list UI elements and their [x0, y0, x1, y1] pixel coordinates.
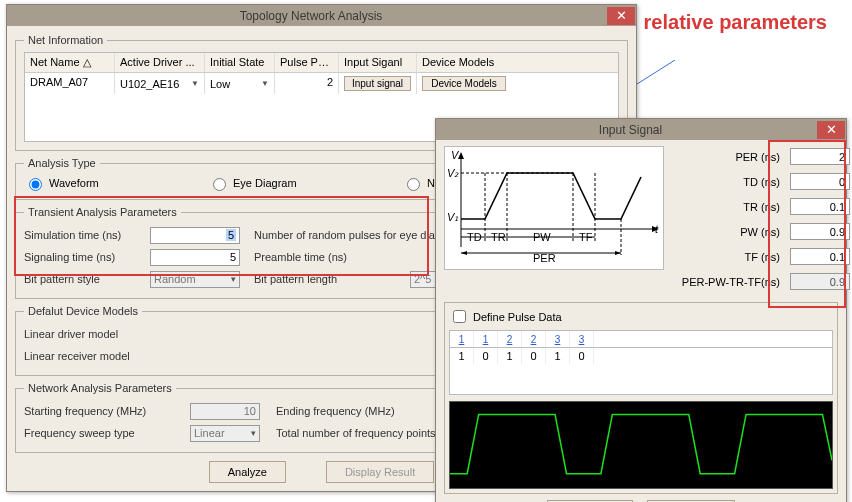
- sig-time-label: Signaling time (ns): [24, 251, 144, 263]
- pulse-tool-4[interactable]: 2: [522, 331, 546, 347]
- chevron-down-icon: ▼: [261, 79, 269, 88]
- per-label: PER (ns): [670, 151, 780, 163]
- svg-text:V₂: V₂: [447, 167, 459, 179]
- freq-sweep-label: Frequency sweep type: [24, 427, 184, 439]
- pulse-data-row[interactable]: 1 0 1 0 1 0: [449, 347, 833, 395]
- pulse-tool-3[interactable]: 2: [498, 331, 522, 347]
- chevron-down-icon: ▼: [191, 79, 199, 88]
- topology-title: Topology Network Analysis: [15, 9, 607, 23]
- radio-waveform[interactable]: Waveform: [24, 175, 204, 191]
- bit-pattern-length-label: Bit pattern length: [254, 273, 404, 285]
- start-freq-label: Starting frequency (MHz): [24, 405, 184, 417]
- freq-sweep-select[interactable]: Linear: [190, 425, 260, 442]
- calc-output: 0.9: [790, 273, 850, 290]
- radio-eye-diagram[interactable]: Eye Diagram: [208, 175, 398, 191]
- pulse-bit: 1: [498, 348, 522, 364]
- pw-label: PW (ns): [670, 226, 780, 238]
- pulse-tool-6[interactable]: 3: [570, 331, 594, 347]
- close-icon[interactable]: ✕: [607, 7, 635, 25]
- bit-pattern-style-select[interactable]: Random: [150, 271, 240, 288]
- pulse-tool-1[interactable]: 1: [450, 331, 474, 347]
- pulse-bit: 0: [522, 348, 546, 364]
- pulse-bit: 0: [570, 348, 594, 364]
- topology-titlebar[interactable]: Topology Network Analysis ✕: [7, 5, 636, 26]
- start-freq-input[interactable]: 10: [190, 403, 260, 420]
- svg-marker-25: [615, 251, 621, 255]
- pulse-tool-5[interactable]: 3: [546, 331, 570, 347]
- col-input-signal[interactable]: Input Siganl: [339, 53, 417, 72]
- sim-time-input[interactable]: 5: [150, 227, 240, 244]
- per-input[interactable]: 2: [790, 148, 850, 165]
- cell-pulse-period[interactable]: 2: [275, 73, 339, 94]
- bit-pattern-style-label: Bit pattern style: [24, 273, 144, 285]
- tf-label: TF (ns): [670, 251, 780, 263]
- cell-input-signal[interactable]: Input signal: [339, 73, 417, 94]
- calc-label: PER-PW-TR-TF(ns): [670, 276, 780, 288]
- col-initial-state[interactable]: Initial State: [205, 53, 275, 72]
- linear-driver-label: Linear driver model: [24, 328, 324, 340]
- col-pulse-period[interactable]: Pulse Peri...: [275, 53, 339, 72]
- transient-params-legend: Transient Analysis Parameters: [24, 206, 181, 218]
- table-row[interactable]: DRAM_A07 U102_AE16▼ Low▼ 2 Input signal …: [25, 73, 618, 94]
- cell-net-name: DRAM_A07: [25, 73, 115, 94]
- define-pulse-checkbox[interactable]: Define Pulse Data: [449, 307, 833, 326]
- col-active-driver[interactable]: Active Driver ...: [115, 53, 205, 72]
- scope-preview: [449, 401, 833, 489]
- svg-marker-24: [461, 251, 467, 255]
- svg-text:V₁: V₁: [447, 211, 458, 223]
- pulse-toolbar[interactable]: 1 1 2 2 3 3: [449, 330, 833, 347]
- analyze-button[interactable]: Analyze: [209, 461, 286, 483]
- cell-active-driver[interactable]: U102_AE16▼: [115, 73, 205, 94]
- tr-label: TR (ns): [670, 201, 780, 213]
- col-net-name[interactable]: Net Name △: [25, 53, 115, 72]
- input-signal-window: Input Signal ✕ V V₂ V₁ t: [435, 118, 847, 502]
- svg-text:PER: PER: [533, 252, 556, 264]
- preamble-time-label: Preamble time (ns): [254, 251, 347, 263]
- grid-header: Net Name △ Active Driver ... Initial Sta…: [25, 53, 618, 73]
- cell-initial-state[interactable]: Low▼: [205, 73, 275, 94]
- pw-input[interactable]: 0.9: [790, 223, 850, 240]
- sim-time-label: Simulation time (ns): [24, 229, 144, 241]
- sig-time-input[interactable]: 5: [150, 249, 240, 266]
- td-label: TD (ns): [670, 176, 780, 188]
- close-icon[interactable]: ✕: [817, 121, 845, 139]
- svg-marker-6: [458, 152, 464, 159]
- pulse-tool-2[interactable]: 1: [474, 331, 498, 347]
- tf-input[interactable]: 0.1: [790, 248, 850, 265]
- total-points-label: Total number of frequency points: [276, 427, 436, 439]
- input-signal-titlebar[interactable]: Input Signal ✕: [436, 119, 846, 140]
- net-info-legend: Net Information: [24, 34, 107, 46]
- end-freq-label: Ending frequency (MHz): [276, 405, 395, 417]
- cell-device-models[interactable]: Device Models: [417, 73, 511, 94]
- linear-receiver-label: Linear receiver model: [24, 350, 324, 362]
- svg-text:V: V: [451, 149, 460, 161]
- num-random-pulses-label: Number of random pulses for eye diagram: [254, 229, 460, 241]
- network-analysis-params-legend: Network Analysis Parameters: [24, 382, 176, 394]
- td-input[interactable]: 0: [790, 173, 850, 190]
- default-device-models-legend: Defalut Device Models: [24, 305, 142, 317]
- analysis-type-legend: Analysis Type: [24, 157, 100, 169]
- input-signal-title: Input Signal: [444, 123, 817, 137]
- tr-input[interactable]: 0.1: [790, 198, 850, 215]
- col-device-models[interactable]: Device Models: [417, 53, 511, 72]
- pulse-diagram: V V₂ V₁ t: [444, 146, 664, 270]
- pulse-bit: 0: [474, 348, 498, 364]
- display-result-button[interactable]: Display Result: [326, 461, 434, 483]
- pulse-bit: 1: [450, 348, 474, 364]
- pulse-bit: 1: [546, 348, 570, 364]
